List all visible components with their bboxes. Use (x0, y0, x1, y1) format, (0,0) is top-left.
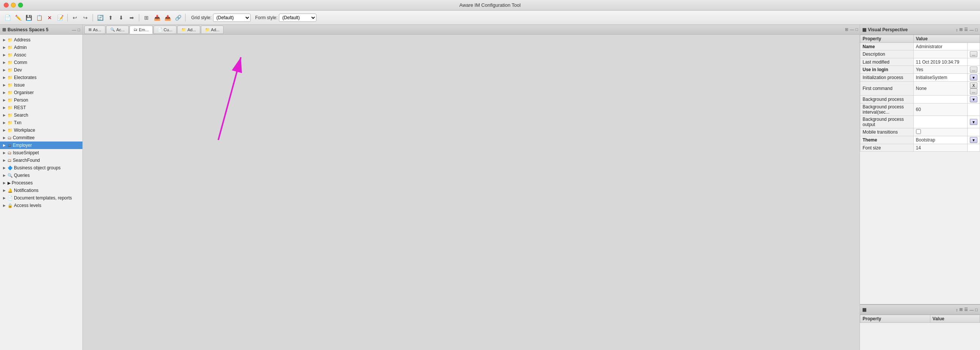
tree-item-electorates[interactable]: ▶📁Electorates (0, 74, 83, 81)
properties-table: Property Value NameAdministratorDescript… (860, 35, 980, 152)
tab-minimize-icon[interactable]: — (850, 27, 854, 32)
tab-ad...[interactable]: 📁Ad... (201, 25, 224, 34)
prop-ellipsis-btn[interactable]: ... (970, 67, 977, 73)
form-style-select[interactable]: (Default) (279, 14, 317, 22)
maximize-button[interactable] (18, 3, 23, 8)
grid-style-select[interactable]: (Default) (213, 14, 251, 22)
tree-item-assoc[interactable]: ▶📁Assoc (0, 51, 83, 59)
tree-item-organiser[interactable]: ▶📁Organiser (0, 89, 83, 96)
prop-name-cell: Initialization process (860, 74, 914, 82)
bottom-minimize-icon[interactable]: — (969, 307, 974, 312)
prop-row: ThemeBootstrap▼ (860, 136, 980, 144)
toolbar-up-btn[interactable]: ⬆ (106, 13, 115, 22)
minimize-button[interactable] (11, 3, 16, 8)
toolbar-new-btn[interactable]: 📄 (3, 13, 12, 22)
prop-value-cell: 14 (913, 144, 967, 152)
tree-item-employer[interactable]: ▶🗂Employer (0, 142, 83, 149)
toolbar-refresh-btn[interactable]: 🔄 (95, 13, 105, 22)
toolbar-move-btn[interactable]: ➡ (127, 13, 136, 22)
tree-item-admin[interactable]: ▶📁Admin (0, 44, 83, 51)
vp-sort-icon[interactable]: ↕ (956, 27, 958, 32)
tab-as...[interactable]: ⊞As... (84, 25, 105, 34)
bottom-grid-icon[interactable]: ⊞ (959, 307, 963, 312)
close-button[interactable] (4, 3, 9, 8)
toolbar-edit-btn[interactable]: ✏️ (14, 13, 22, 22)
toolbar-delete-btn[interactable]: ✕ (45, 13, 54, 22)
panel-maximize-icon[interactable]: □ (78, 27, 80, 32)
tree-item-committee[interactable]: ▶🗂Committee (0, 134, 83, 142)
bottom-list-icon[interactable]: ☰ (964, 307, 968, 312)
tree-item-rest[interactable]: ▶📁REST (0, 104, 83, 111)
tab-maximize-icon[interactable]: □ (856, 27, 858, 32)
toolbar-link-btn[interactable]: 🔗 (173, 13, 183, 22)
tree-item-label: Address (14, 37, 30, 43)
toolbar-redo-btn[interactable]: ↪ (81, 13, 90, 22)
tree-item-dev[interactable]: ▶📁Dev (0, 66, 83, 74)
toolbar-export-btn[interactable]: 📤 (163, 13, 172, 22)
bottom-sort-icon[interactable]: ↕ (956, 307, 958, 312)
tree-arrow-icon: ▶ (3, 158, 8, 162)
tree-item-queries[interactable]: ▶🔍Queries (0, 172, 83, 179)
toolbar-copy-btn[interactable]: 📋 (35, 13, 44, 22)
toolbar-undo-btn[interactable]: ↩ (70, 13, 80, 22)
prop-dropdown-btn[interactable]: ▼ (970, 137, 977, 143)
folder-icon: 📁 (8, 52, 13, 57)
tree-arrow-icon: ▶ (3, 38, 8, 42)
annotation-arrows (83, 35, 309, 185)
tree-item-notifications[interactable]: ▶🔔Notifications (0, 187, 83, 194)
prop-row: NameAdministrator (860, 43, 980, 51)
bottom-items-list: ▶🔷Business object groups▶🔍Queries▶▶Proce… (0, 164, 83, 209)
bottom-prop-scroll: Property Value (860, 315, 980, 350)
tree-item-label: Dev (14, 67, 22, 73)
tree-item-search[interactable]: ▶📁Search (0, 111, 83, 119)
tree-item-txn[interactable]: ▶📁Txn (0, 119, 83, 126)
tree-item-business-object-groups[interactable]: ▶🔷Business object groups (0, 164, 83, 172)
vp-list-icon[interactable]: ☰ (964, 27, 968, 32)
tab-em...[interactable]: 🗂Em... (129, 25, 153, 34)
center-content (83, 35, 859, 350)
tab-ac...[interactable]: 🔍Ac... (106, 25, 129, 34)
tree-item-searchfound[interactable]: ▶🗂SearchFound (0, 157, 83, 164)
tree-item-address[interactable]: ▶📁Address (0, 36, 83, 44)
prop-dropdown-btn[interactable]: ▼ (970, 96, 977, 102)
prop-ellipsis-btn[interactable]: ... (970, 51, 977, 57)
vp-maximize-icon[interactable]: □ (975, 27, 978, 32)
toolbar-save-btn[interactable]: 💾 (24, 13, 33, 22)
tree-item-comm[interactable]: ▶📁Comm (0, 59, 83, 66)
prop-ellipsis-btn[interactable]: ... (970, 88, 977, 94)
prop-value-cell: None (913, 82, 967, 95)
toolbar-import-btn[interactable]: 📥 (153, 13, 161, 22)
tree-arrow-icon: ▶ (3, 151, 8, 155)
toolbar-down-btn[interactable]: ⬇ (117, 13, 126, 22)
panel-minimize-icon[interactable]: — (72, 27, 76, 32)
prop-dropdown-btn[interactable]: ▼ (970, 119, 977, 125)
tree-item-label: SearchFound (13, 158, 40, 163)
tree-item-workplace[interactable]: ▶📁Workplace (0, 126, 83, 134)
right-panel-top: ▦ Visual Perspective ↕ ⊞ ☰ — □ Property (860, 25, 980, 305)
tree-item-label: Queries (14, 173, 30, 178)
toolbar-paste-btn[interactable]: 📝 (56, 13, 65, 22)
tree-arrow-icon: ▶ (3, 204, 8, 207)
tab-ad...[interactable]: 📁Ad... (177, 25, 200, 34)
tree-item-label: Business object groups (14, 165, 60, 170)
prop-dropdown-btn[interactable]: ▼ (970, 75, 977, 81)
tree-item-person[interactable]: ▶📁Person (0, 96, 83, 104)
vp-grid-icon[interactable]: ⊞ (959, 27, 963, 32)
prop-name-cell: Description (860, 51, 914, 58)
left-panel-header: ⊞ Business Spaces 5 — □ (0, 25, 83, 35)
prop-clear-btn[interactable]: X (970, 83, 977, 88)
vp-minimize-icon[interactable]: — (969, 27, 974, 32)
tree-item-issuesnippet[interactable]: ▶🗂IssueSnippet (0, 149, 83, 157)
tree-items-list: ▶📁Address▶📁Admin▶📁Assoc▶📁Comm▶📁Dev▶📁Elec… (0, 36, 83, 164)
tab-label: Ad... (211, 27, 220, 32)
tree-item-document-templates,-reports[interactable]: ▶📄Document templates, reports (0, 194, 83, 202)
toolbar-grid-btn[interactable]: ⊞ (142, 13, 151, 22)
bottom-properties-table: Property Value (860, 315, 980, 323)
tab-expand-icon[interactable]: ⊞ (845, 27, 848, 32)
prop-checkbox[interactable] (916, 129, 921, 134)
bottom-maximize-icon[interactable]: □ (975, 307, 978, 312)
tree-item-issue[interactable]: ▶📁Issue (0, 81, 83, 89)
tree-item-processes[interactable]: ▶▶Processes (0, 179, 83, 187)
tab-cu...[interactable]: 📄Cu... (154, 25, 177, 34)
tree-item-access-levels[interactable]: ▶🔒Access levels (0, 202, 83, 209)
